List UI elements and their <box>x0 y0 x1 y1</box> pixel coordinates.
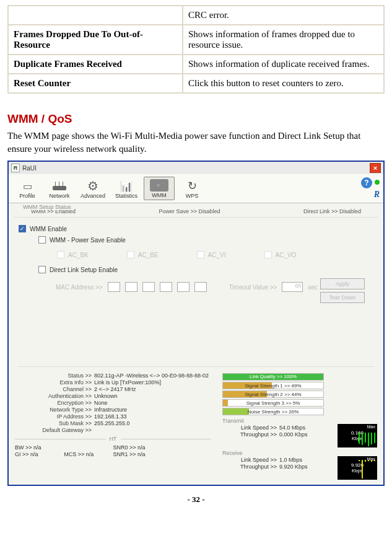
direct-link-label: Direct Link Setup Enable <box>50 267 118 273</box>
cell-desc-0: CRC error. <box>183 6 383 24</box>
teardown-button: Tear Down <box>320 292 365 303</box>
titlebar: R RaUI × <box>9 162 383 174</box>
power-save-enable-label: WMM - Power Save Enable <box>50 237 126 244</box>
tab-wmm[interactable]: ᯤ WMM <box>144 177 175 200</box>
gi-value: GI >> n/a <box>15 451 64 457</box>
status-panel: Status >>802.11g-AP -Wireless <--> 00-E0… <box>9 369 383 485</box>
tx-thru-value: 0.000 Kbps <box>279 431 308 438</box>
mask-label: Sub Mask >> <box>15 420 94 426</box>
gear-icon <box>82 179 104 193</box>
ac-vi-checkbox <box>197 251 204 258</box>
receive-meter: Max 9.920 Kbps <box>338 456 377 480</box>
cell-desc-2: Shows information of duplicate received … <box>183 55 383 73</box>
noise-bar: Noise Strength >> 26% <box>222 408 324 415</box>
signal3-bar: Signal Strength 3 >> 5% <box>222 399 324 407</box>
ac-be-checkbox <box>127 251 134 258</box>
auth-value: Unknown <box>94 393 118 399</box>
ac-vo-label: AC_VO <box>276 252 297 258</box>
help-icon[interactable]: ? <box>361 177 372 188</box>
network-icon <box>48 179 71 193</box>
receive-group-label: Receive <box>222 450 377 456</box>
direct-link-status: Direct Link >> Disabled <box>303 208 361 214</box>
tab-wps[interactable]: WPS <box>177 178 207 200</box>
encryption-value: None <box>94 400 108 406</box>
tx-thru-label: Throughput >> <box>222 431 279 438</box>
rx-thru-label: Throughput >> <box>222 464 279 470</box>
ht-label: HT <box>106 436 121 442</box>
link-quality-bar: Link Quality >> 100% <box>222 373 324 381</box>
timeout-label: Timeout Value >> <box>229 284 277 291</box>
main-toolbar: ▭ Profile Network Advanced Statistics ᯤ … <box>9 174 383 203</box>
tab-network[interactable]: Network <box>45 178 74 200</box>
brand-icon: R <box>374 190 380 200</box>
parameter-table: CRC error. Frames Dropped Due To Out-of-… <box>7 5 385 94</box>
direct-link-checkbox[interactable] <box>38 266 46 273</box>
signal2-bar: Signal Strength 2 >> 44% <box>222 390 324 398</box>
encryption-label: Encryption >> <box>15 400 94 406</box>
wmm-enable-checkbox[interactable] <box>19 225 26 232</box>
window-title: RaUI <box>22 165 37 172</box>
extra-info-value: Link is Up [TxPower:100%] <box>94 379 161 386</box>
ac-be-label: AC_BE <box>138 252 159 258</box>
mac-input-4 <box>160 282 172 292</box>
ac-bk-label: AC_BK <box>68 252 89 258</box>
mac-input-3 <box>142 282 155 292</box>
close-button[interactable]: × <box>370 163 381 173</box>
tab-advanced[interactable]: Advanced <box>77 178 109 200</box>
transmit-group-label: Transmit <box>222 418 377 424</box>
timeout-input: 60 <box>282 282 303 292</box>
cell-desc-3: Click this button to reset counters to z… <box>183 74 383 92</box>
cell-desc-1: Shows information of frames dropped due … <box>183 25 383 54</box>
signal1-bar: Signal Strength 1 >> 49% <box>222 382 324 389</box>
nettype-label: Network Type >> <box>15 407 94 413</box>
wps-icon <box>181 179 203 193</box>
bw-value: BW >> n/a <box>15 444 113 451</box>
status-label: Status >> <box>15 372 94 379</box>
page-number: - 32 - <box>7 495 385 505</box>
nettype-value: Infrastructure <box>94 407 127 413</box>
mcs-value: MCS >> n/a <box>64 451 113 457</box>
cell-label-1: Frames Dropped Due To Out-of-Resource <box>9 25 182 54</box>
transmit-meter: Max 0.160 Kbps <box>338 424 377 447</box>
mac-address-label: MAC Address >> <box>56 284 103 291</box>
rx-thru-value: 9.920 Kbps <box>279 464 308 470</box>
channel-label: Channel >> <box>15 386 94 392</box>
ac-vi-label: AC_VI <box>208 252 226 258</box>
profile-icon: ▭ <box>16 179 38 193</box>
mac-input-6 <box>194 282 207 292</box>
apply-button: Apply <box>320 278 365 289</box>
section-heading: WMM / QoS <box>7 112 385 126</box>
chart-icon <box>115 179 137 193</box>
ip-value: 192.168.1.33 <box>94 413 127 420</box>
cell-label-0 <box>9 6 182 24</box>
raui-window: R RaUI × ▭ Profile Network Advanced Stat… <box>7 161 385 486</box>
mac-input-5 <box>177 282 189 292</box>
auth-label: Authentication >> <box>15 393 94 399</box>
tx-speed-value: 54.0 Mbps <box>279 425 305 431</box>
ac-bk-checkbox <box>57 251 64 258</box>
channel-value: 2 <--> 2417 MHz <box>94 386 136 392</box>
mac-input-2 <box>125 282 137 292</box>
tab-statistics[interactable]: Statistics <box>111 178 141 200</box>
divider <box>17 366 375 367</box>
rx-speed-value: 1.0 Mbps <box>279 457 302 463</box>
status-value: 802.11g-AP -Wireless <--> 00-E0-98-88-88… <box>94 372 209 379</box>
cell-label-3: Reset Counter <box>9 74 182 92</box>
tx-speed-label: Link Speed >> <box>222 425 279 431</box>
status-dot-icon <box>375 180 380 185</box>
ac-vo-checkbox <box>264 251 272 258</box>
rx-speed-label: Link Speed >> <box>222 457 279 463</box>
timeout-unit: sec <box>308 284 318 291</box>
ip-label: IP Address >> <box>15 413 94 420</box>
cell-label-2: Duplicate Frames Received <box>9 55 182 73</box>
mask-value: 255.255.255.0 <box>94 420 130 426</box>
tab-profile[interactable]: ▭ Profile <box>12 178 42 200</box>
power-save-enable-checkbox[interactable] <box>38 236 46 244</box>
snr1-value: SNR1 >> n/a <box>113 451 212 457</box>
extra-info-label: Extra Info >> <box>15 379 94 386</box>
power-save-status: Power Save >> Disabled <box>159 208 220 214</box>
snr0-value: SNR0 >> n/a <box>113 444 212 451</box>
wmm-setup-group-label: WMM Setup Status <box>21 204 73 210</box>
wmm-enable-label: WMM Enable <box>30 226 67 232</box>
mac-input-1 <box>108 282 120 292</box>
